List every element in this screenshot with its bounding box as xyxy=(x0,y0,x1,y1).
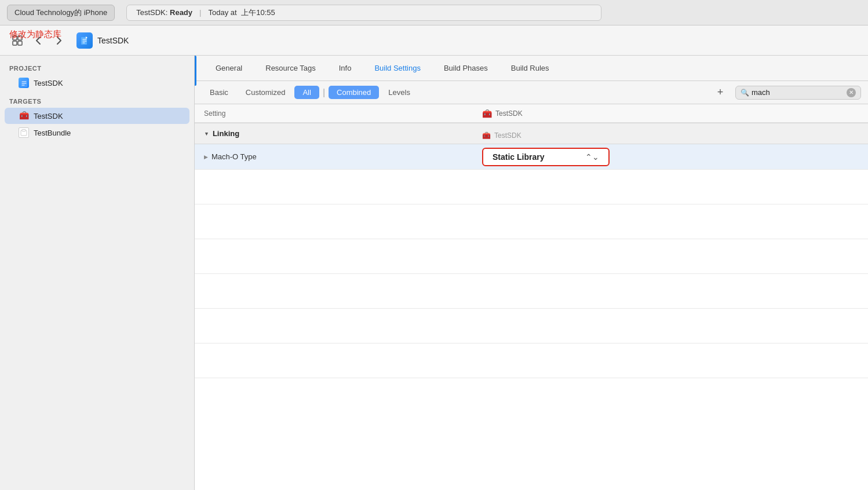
static-library-dropdown[interactable]: Static Library ⌃⌄ xyxy=(482,148,610,166)
project-icon xyxy=(76,32,93,49)
svg-rect-7 xyxy=(22,130,25,131)
active-indicator xyxy=(195,56,196,86)
col-header-setting: Setting xyxy=(195,109,473,118)
status-project-name: TestSDK: xyxy=(136,8,167,17)
top-bar: Cloud Technology的 iPhone TestSDK: Ready … xyxy=(0,0,868,25)
testsdk-col-label: TestSDK xyxy=(495,109,523,118)
device-name: Cloud Technology的 iPhone xyxy=(14,8,107,17)
row-expand-icon[interactable]: ▶ xyxy=(204,154,208,160)
bundle-icon xyxy=(19,127,29,138)
status-project: TestSDK: Ready xyxy=(136,8,192,17)
tab-build-phases[interactable]: Build Phases xyxy=(432,60,499,76)
main-layout: PROJECT TestSDK TARGETS 🧰 TestSDK Test xyxy=(0,56,868,490)
filter-all-btn[interactable]: All xyxy=(294,86,319,99)
search-box: 🔍 ✕ xyxy=(735,86,861,100)
filter-bar: Basic Customized All | Combined Levels +… xyxy=(195,81,868,104)
empty-row-2 xyxy=(195,204,868,239)
col-header-testsdk: 🧰 TestSDK xyxy=(473,109,868,118)
status-bar: TestSDK: Ready | Today at 上午10:55 xyxy=(126,5,601,21)
sidebar-item-testsdk-target[interactable]: 🧰 TestSDK xyxy=(5,108,189,124)
tab-build-rules[interactable]: Build Rules xyxy=(499,60,561,76)
status-project-bold: Ready xyxy=(170,8,192,17)
project-title: TestSDK xyxy=(97,36,129,45)
settings-content: Setting 🧰 TestSDK ▼ Linking ▶ Mach-O Typ… xyxy=(195,104,868,490)
static-library-value: Static Library xyxy=(493,152,544,162)
mach-o-label: Mach-O Type xyxy=(211,152,257,161)
sidebar-item-testbundle[interactable]: TestBundle xyxy=(5,125,189,141)
stepper-icon: ⌃⌄ xyxy=(585,152,599,162)
time-prefix: Today at xyxy=(208,8,236,17)
sidebar: PROJECT TestSDK TARGETS 🧰 TestSDK Test xyxy=(0,56,195,490)
status-time: Today at 上午10:55 xyxy=(208,8,275,18)
empty-row-5 xyxy=(195,309,868,343)
filter-pipe-divider: | xyxy=(323,87,325,98)
filter-basic-btn[interactable]: Basic xyxy=(202,86,236,99)
add-setting-button[interactable]: + xyxy=(712,85,728,101)
search-icon: 🔍 xyxy=(741,89,749,97)
tab-info[interactable]: Info xyxy=(327,60,363,76)
empty-row-4 xyxy=(195,274,868,309)
value-col-label: TestSDK xyxy=(494,131,521,140)
status-divider: | xyxy=(199,8,201,17)
time-value: 上午10:55 xyxy=(241,8,275,17)
column-headers: Setting 🧰 TestSDK xyxy=(195,104,868,123)
sidebar-target2-label: TestBundle xyxy=(34,129,71,137)
tab-general[interactable]: General xyxy=(204,60,254,76)
mach-o-type-row[interactable]: ▶ Mach-O Type 🧰 TestSDK Static Library ⌃… xyxy=(195,144,868,170)
targets-section-header: TARGETS xyxy=(0,93,194,107)
project-section-header: PROJECT xyxy=(0,60,194,74)
mach-o-setting-cell: ▶ Mach-O Type xyxy=(195,152,473,161)
tabs-row: General Resource Tags Info Build Setting… xyxy=(195,56,868,81)
svg-rect-2 xyxy=(13,41,17,45)
svg-rect-3 xyxy=(18,41,22,45)
sidebar-target1-label: TestSDK xyxy=(34,112,63,120)
sidebar-project-label: TestSDK xyxy=(34,79,63,87)
filter-levels-btn[interactable]: Levels xyxy=(380,86,418,99)
value-col-icon: 🧰 xyxy=(482,131,491,140)
content-area: General Resource Tags Info Build Setting… xyxy=(195,56,868,490)
tab-resource-tags[interactable]: Resource Tags xyxy=(254,60,327,76)
search-clear-button[interactable]: ✕ xyxy=(847,88,856,97)
filter-customized-btn[interactable]: Customized xyxy=(238,86,294,99)
mach-o-value-cell: 🧰 TestSDK Static Library ⌃⌄ 修改为静态库 xyxy=(473,148,868,166)
empty-row-3 xyxy=(195,239,868,274)
section-toggle-icon[interactable]: ▼ xyxy=(204,131,209,137)
section-title: Linking xyxy=(213,129,239,138)
search-input[interactable] xyxy=(752,88,844,97)
filter-combined-btn[interactable]: Combined xyxy=(329,86,379,99)
empty-row-6 xyxy=(195,343,868,378)
sidebar-item-testsdk-project[interactable]: TestSDK xyxy=(5,75,189,91)
tab-build-settings[interactable]: Build Settings xyxy=(363,60,432,76)
testsdk-col-icon: 🧰 xyxy=(482,109,492,118)
empty-row-1 xyxy=(195,170,868,204)
toolbar: TestSDK xyxy=(0,25,868,56)
linking-section-header: ▼ Linking xyxy=(195,123,868,144)
toolbox-icon: 🧰 xyxy=(19,111,29,121)
device-label: Cloud Technology的 iPhone xyxy=(7,5,115,21)
project-file-icon xyxy=(19,78,29,88)
